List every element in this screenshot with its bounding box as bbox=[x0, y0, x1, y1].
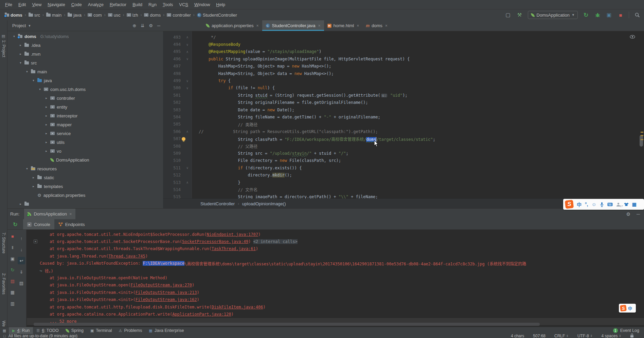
toolwindow-button-javaenterprise[interactable]: ▦Java Enterprise bbox=[145, 327, 187, 334]
toolwindow-button-todo[interactable]: ☰6: TODO bbox=[33, 327, 62, 334]
stacktrace-link[interactable]: DiskFileItem.java:406 bbox=[212, 305, 263, 309]
docs-icon[interactable]: ▤ bbox=[9, 277, 16, 285]
fold-expand-icon[interactable]: + bbox=[34, 240, 37, 243]
stacktrace-link[interactable]: NioEndpoint.java:1707 bbox=[207, 232, 258, 237]
menu-run[interactable]: Run bbox=[145, 0, 160, 9]
stacktrace-link[interactable]: ApplicationPart.java:120 bbox=[172, 312, 231, 317]
ime-mic-icon[interactable] bbox=[600, 202, 604, 207]
editor-scrollbar[interactable] bbox=[640, 135, 643, 147]
coverage-button[interactable]: ▣ bbox=[606, 12, 612, 18]
inspection-eye-icon[interactable] bbox=[630, 34, 635, 40]
ime-item-icon[interactable]: 中 bbox=[628, 305, 632, 311]
editor-tab[interactable]: mdoms× bbox=[362, 20, 391, 31]
tree-item[interactable]: ▸.idea bbox=[7, 41, 163, 50]
menu-analyze[interactable]: Analyze bbox=[85, 0, 107, 9]
code-line[interactable]: 515 String imagePath = directory.getPath… bbox=[163, 193, 644, 199]
collapse-all-icon[interactable]: ⇊ bbox=[141, 23, 144, 28]
tree-item[interactable]: ▸.mvn bbox=[7, 50, 163, 58]
console-line[interactable]: at java.io.FileOutputStream.<init>(FileO… bbox=[27, 289, 644, 296]
breadcrumb-item[interactable]: com bbox=[88, 13, 102, 18]
console-line[interactable]: at java.io.FileOutputStream.open0(Native… bbox=[27, 274, 644, 281]
ime-person-icon[interactable]: 17 bbox=[616, 202, 621, 207]
tree-item[interactable]: ▾domsG:\study\doms bbox=[7, 32, 163, 41]
stacktrace-link[interactable]: TaskThread.java:61 bbox=[212, 246, 256, 251]
event-log-button[interactable]: 1 Event Log bbox=[613, 328, 639, 333]
code-area[interactable]: 493∧ */494∨ @ResponseBody495∧ @RequestMa… bbox=[163, 34, 644, 199]
breadcrumb-item[interactable]: lzh bbox=[127, 13, 138, 18]
toolwindow-switcher-icon[interactable]: ▦ bbox=[0, 328, 9, 333]
hide-panel-icon[interactable]: ─ bbox=[157, 23, 160, 28]
code-line[interactable]: 501 String stuid = (String) request.getS… bbox=[163, 92, 644, 99]
console-hscrollbar[interactable] bbox=[34, 323, 540, 326]
breadcrumb-item[interactable]: controller bbox=[167, 13, 191, 18]
up-stack-icon[interactable]: ↑ bbox=[18, 234, 25, 242]
locate-file-icon[interactable]: ⊕ bbox=[132, 23, 136, 28]
console-line[interactable]: at org.apache.catalina.core.ApplicationP… bbox=[27, 311, 644, 318]
menu-edit[interactable]: Edit bbox=[15, 0, 29, 9]
menu-help[interactable]: Help bbox=[213, 0, 228, 9]
stop-button[interactable]: ■ bbox=[617, 12, 624, 18]
ime-item-icon[interactable]: °, bbox=[585, 202, 588, 207]
tree-item[interactable]: ▸service bbox=[7, 129, 163, 138]
lock-icon[interactable] bbox=[630, 333, 634, 338]
tab-console[interactable]: ▸ Console bbox=[23, 219, 54, 229]
tree-item[interactable]: ▸controller bbox=[7, 94, 163, 102]
breadcrumb-item[interactable]: src bbox=[29, 13, 40, 18]
code-line[interactable]: 508 // 父路径 bbox=[163, 143, 644, 150]
tree-item[interactable]: ⚙application.properties bbox=[7, 191, 163, 200]
status-item[interactable]: CRLF⇕ bbox=[554, 334, 569, 338]
toolwindow-button-run[interactable]: ▶4: Run bbox=[9, 327, 33, 334]
stripe-favorites-button[interactable]: 2: Favorites bbox=[0, 273, 7, 295]
stripe-project-button[interactable]: ▤1: Project bbox=[0, 34, 7, 57]
tree-item[interactable]: ▸utils bbox=[7, 138, 163, 147]
breadcrumb-class[interactable]: StudentController bbox=[200, 201, 235, 206]
run-config-dropdown[interactable]: DomsApplication ▼ bbox=[528, 11, 578, 19]
menu-tools[interactable]: Tools bbox=[160, 0, 176, 9]
tree-item[interactable]: ▸vo bbox=[7, 147, 163, 155]
project-panel-header[interactable]: Project ▼ ⊕ ⇊ ⚙ ─ bbox=[7, 20, 163, 31]
console-line[interactable]: at java.io.FileOutputStream.open(FileOut… bbox=[27, 282, 644, 289]
console-line[interactable]: at org.apache.tomcat.util.threads.TaskTh… bbox=[27, 245, 644, 252]
tree-item[interactable]: ▾java bbox=[7, 76, 163, 85]
toolwindow-button-spring[interactable]: Spring bbox=[62, 327, 87, 334]
code-line[interactable]: 509 String src = "/upload/stayin/" + stu… bbox=[163, 150, 644, 157]
print-icon[interactable]: ▤ bbox=[18, 279, 25, 287]
code-line[interactable]: 498 HashMap<String, Object> data = new H… bbox=[163, 70, 644, 77]
code-line[interactable]: 503 Date date = new Date(); bbox=[163, 106, 644, 113]
run-button[interactable]: ↻ bbox=[583, 12, 589, 18]
status-item[interactable]: 507:68 bbox=[533, 334, 545, 338]
code-line[interactable]: 510 File directory = new File(classPath,… bbox=[163, 157, 644, 164]
intention-bulb-icon[interactable] bbox=[182, 137, 185, 141]
tree-item[interactable]: ▾resources bbox=[7, 164, 163, 173]
code-editor[interactable]: 493∧ */494∨ @ResponseBody495∧ @RequestMa… bbox=[163, 31, 644, 199]
code-line[interactable]: 500∨ if (file != null) { bbox=[163, 84, 644, 92]
code-line[interactable]: 513∧ } bbox=[163, 179, 644, 186]
code-line[interactable]: 495∧ @RequestMapping(value = "/stayin/up… bbox=[163, 48, 644, 55]
warning-stripe-mark[interactable] bbox=[641, 135, 643, 136]
code-line[interactable]: 499∨ try { bbox=[163, 77, 644, 84]
code-line[interactable]: 512 directory.mkdir(); bbox=[163, 171, 644, 179]
pause-output-icon[interactable]: ‖ bbox=[9, 244, 16, 251]
breadcrumb-item[interactable]: usc bbox=[108, 13, 121, 18]
down-stack-icon[interactable]: ↓ bbox=[18, 246, 25, 253]
breadcrumb-item[interactable]: main bbox=[46, 13, 61, 18]
trash-icon[interactable]: ▥ bbox=[9, 300, 16, 307]
toolwindow-button-problems[interactable]: ⚠Problems bbox=[115, 327, 146, 334]
layout-icon[interactable]: ▦ bbox=[9, 288, 16, 296]
tree-item[interactable]: ▾main bbox=[7, 67, 163, 76]
tree-item[interactable]: ▾src bbox=[7, 58, 163, 67]
tree-item[interactable]: ▸static bbox=[7, 173, 163, 182]
code-line[interactable]: 497 HashMap<String, Object> map = new Ha… bbox=[163, 63, 644, 70]
console-line[interactable]: ↪ 径。) bbox=[27, 267, 644, 274]
stacktrace-link[interactable]: SocketProcessorBase.java:49 bbox=[182, 239, 248, 244]
breadcrumb-item[interactable]: doms bbox=[5, 13, 22, 18]
status-item[interactable]: 4 spaces⇕ bbox=[601, 334, 621, 338]
tree-item[interactable]: ▸templates bbox=[7, 182, 163, 191]
menu-code[interactable]: Code bbox=[68, 0, 85, 9]
update-app-icon[interactable]: ↻ bbox=[9, 266, 16, 274]
tab-endpoints[interactable]: Endpoints bbox=[54, 219, 89, 229]
stacktrace-link[interactable]: FileOutputStream.java:213 bbox=[136, 290, 197, 295]
code-line[interactable]: 496∨ public String uploadOpinionImage(Mu… bbox=[163, 55, 644, 62]
hide-panel-icon[interactable]: ─ bbox=[637, 211, 640, 217]
tree-item[interactable]: ▸entity bbox=[7, 102, 163, 111]
